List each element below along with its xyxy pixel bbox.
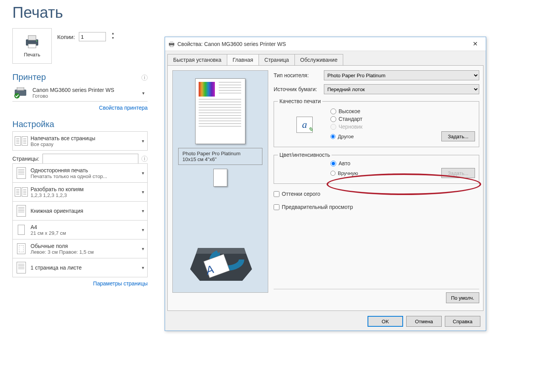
copies-down[interactable]: ▼ xyxy=(110,37,116,41)
chevron-down-icon: ▼ xyxy=(141,266,145,270)
printer-icon xyxy=(24,35,41,49)
printer-status-icon xyxy=(13,87,29,99)
settings-heading: Настройка xyxy=(12,119,148,129)
color-fieldset: Цвет/интенсивность Авто Вручную Задать..… xyxy=(274,152,479,184)
tab-page[interactable]: Страница xyxy=(259,54,294,65)
sides-dropdown[interactable]: Односторонняя печать Печатать только на … xyxy=(12,163,148,183)
page-setup-link[interactable]: Параметры страницы xyxy=(12,280,148,287)
printer-dropdown[interactable]: Canon MG3600 series Printer WS Готово ▼ xyxy=(12,85,148,102)
chevron-down-icon: ▼ xyxy=(141,171,145,175)
color-set-button: Задать... xyxy=(441,168,475,178)
media-type-label: Тип носителя: xyxy=(274,72,324,78)
printer-section-heading: Принтер i xyxy=(12,72,148,82)
quality-radio-standard[interactable] xyxy=(330,116,336,122)
quality-radio-draft xyxy=(330,124,336,130)
print-button-label: Печать xyxy=(24,52,41,58)
chevron-down-icon: ▼ xyxy=(141,247,145,251)
svg-rect-5 xyxy=(17,87,24,90)
paper-size-thumbnail xyxy=(213,169,227,187)
pages-per-sheet-dropdown[interactable]: 1 страница на листе ▼ xyxy=(12,258,148,277)
print-button[interactable]: Печать xyxy=(12,28,52,64)
printer-icon xyxy=(168,41,175,47)
info-icon[interactable]: i xyxy=(141,156,148,162)
quality-set-button[interactable]: Задать... xyxy=(441,131,475,141)
page-title: Печать xyxy=(12,4,148,21)
svg-point-6 xyxy=(14,93,20,98)
print-backstage-panel: Печать Печать Копии: ▲ ▼ Принтер i xyxy=(12,4,148,287)
tab-strip: Быстрая установка Главная Страница Обслу… xyxy=(165,51,486,65)
chevron-down-icon: ▼ xyxy=(141,228,145,232)
copies-label: Копии: xyxy=(57,34,75,40)
dialog-title: Свойства: Canon MG3600 series Printer WS xyxy=(175,41,467,47)
collate-dropdown[interactable]: Разобрать по копиям 1,2,3 1,2,3 1,2,3 ▼ xyxy=(12,182,148,202)
copies-input[interactable] xyxy=(79,32,106,41)
preview-checkbox[interactable] xyxy=(274,204,279,210)
color-swatch-icon xyxy=(199,82,215,97)
chevron-down-icon: ▼ xyxy=(141,209,145,213)
quality-radio-high[interactable] xyxy=(330,109,336,114)
chevron-down-icon: ▼ xyxy=(141,139,145,143)
tab-quick-setup[interactable]: Быстрая установка xyxy=(167,54,227,65)
tab-panel-main: Photo Paper Pro Platinum 10x15 см 4"x6" … xyxy=(167,65,483,311)
preview-panel: Photo Paper Pro Platinum 10x15 см 4"x6" … xyxy=(172,70,268,293)
printer-status: Готово xyxy=(32,93,114,99)
titlebar: Свойства: Canon MG3600 series Printer WS… xyxy=(165,37,486,51)
cancel-button[interactable]: Отмена xyxy=(406,316,442,327)
tab-maintenance[interactable]: Обслуживание xyxy=(294,54,344,65)
svg-rect-2 xyxy=(28,44,36,48)
chevron-down-icon: ▼ xyxy=(141,91,145,95)
printer-illustration: A xyxy=(184,234,258,288)
printer-name: Canon MG3600 series Printer WS xyxy=(32,87,114,93)
close-button[interactable]: ✕ xyxy=(467,39,483,49)
preview-media-label: Photo Paper Pro Platinum 10x15 см 4"x6" xyxy=(178,148,262,165)
media-type-select[interactable]: Photo Paper Pro Platinum xyxy=(324,70,479,80)
printer-properties-dialog: Свойства: Canon MG3600 series Printer WS… xyxy=(165,37,486,331)
quality-radio-other[interactable] xyxy=(330,134,335,139)
ok-button[interactable]: OK xyxy=(368,316,403,327)
svg-rect-1 xyxy=(28,36,36,40)
paper-icon xyxy=(18,225,25,235)
print-range-dropdown[interactable]: Напечатать все страницы Все сразу ▼ xyxy=(12,131,148,151)
paper-source-label: Источник бумаги: xyxy=(274,86,324,92)
quality-fieldset: Качество печати a✎ Высокое Стандарт Черн… xyxy=(274,98,479,147)
quality-icon: a✎ xyxy=(296,117,313,133)
pages-input[interactable] xyxy=(43,154,138,164)
info-icon[interactable]: i xyxy=(141,75,148,81)
tab-main[interactable]: Главная xyxy=(227,54,259,65)
main-controls: Тип носителя: Photo Paper Pro Platinum И… xyxy=(274,70,479,217)
paper-preview xyxy=(195,78,245,144)
color-radio-manual[interactable] xyxy=(330,171,335,176)
svg-point-3 xyxy=(36,40,37,41)
pages-label: Страницы: xyxy=(12,156,39,162)
margins-dropdown[interactable]: Обычные поля Левое: 3 см Правое: 1,5 см … xyxy=(12,239,148,258)
help-button[interactable]: Справка xyxy=(445,316,480,327)
paper-source-select[interactable]: Передний лоток xyxy=(324,84,479,94)
grayscale-checkbox[interactable] xyxy=(274,191,279,197)
defaults-button[interactable]: По умолч. xyxy=(446,292,479,303)
chevron-down-icon: ▼ xyxy=(141,190,145,194)
color-radio-auto[interactable] xyxy=(330,161,336,166)
orientation-dropdown[interactable]: Книжная ориентация ▼ xyxy=(12,201,148,221)
svg-rect-8 xyxy=(170,41,173,43)
printer-properties-link[interactable]: Свойства принтера xyxy=(12,105,148,111)
svg-rect-9 xyxy=(170,45,173,47)
paper-size-dropdown[interactable]: A4 21 см x 29,7 см ▼ xyxy=(12,220,148,239)
margins-icon xyxy=(17,243,26,254)
